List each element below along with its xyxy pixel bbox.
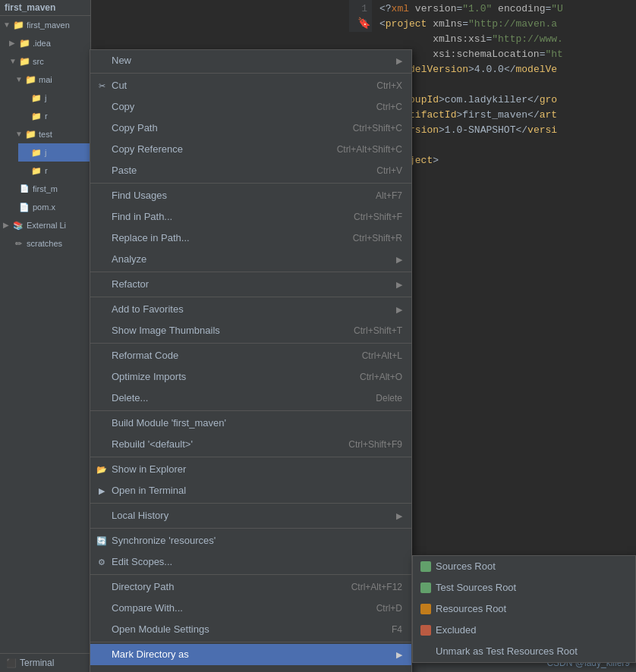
menu-item-directory-path[interactable]: Directory Path Ctrl+Alt+F12 [90,576,411,598]
menu-item-synchronize[interactable]: 🔄 Synchronize 'resources' [90,530,411,551]
submenu-item-excluded[interactable]: Excluded [413,620,635,641]
tree-item-scratches[interactable]: ✏ scratches [0,234,90,253]
menu-item-copy-path[interactable]: Copy Path Ctrl+Shift+C [90,118,411,139]
expand-arrow-first-maven: ▼ [3,17,12,33]
submenu-item-resources-root[interactable]: Resources Root [413,598,635,620]
tree-item-main-java[interactable]: 📁 j [18,89,90,107]
menu-item-add-favorites[interactable]: Add to Favorites ▶ [90,299,411,320]
menu-item-remove-bom[interactable]: Remove BOM [90,665,411,672]
tree-label-ext-libs: External Li [27,218,66,233]
tree-item-pom-xml[interactable]: 📄 pom.x [6,198,90,216]
folder-icon-test-res: 📁 [30,165,43,177]
expand-arrow-test: ▼ [15,127,24,142]
terminal-button[interactable]: ⬛ Terminal [6,658,54,668]
menu-item-copy-reference[interactable]: Copy Reference Ctrl+Alt+Shift+C [90,139,411,160]
menu-item-delete[interactable]: Delete... Delete [90,388,411,409]
folder-icon-main-java: 📁 [30,92,43,104]
folder-icon-test: 📁 [24,128,36,140]
menu-item-reformat[interactable]: Reformat Code Ctrl+Alt+L [90,345,411,366]
tree-item-main-res[interactable]: 📁 r [18,107,90,125]
tree-item-test[interactable]: ▼ 📁 test [12,125,90,143]
code-line-11: </project> [379,153,628,168]
file-icon-pom-xml: 📄 [18,201,30,213]
tree-item-first-maven-xml[interactable]: 📄 first_m [6,180,90,198]
menu-item-mark-directory[interactable]: Mark Directory as ▶ [90,644,411,665]
folder-icon-idea: 📁 [18,37,30,49]
tree-item-test-java[interactable]: 📁 j [18,143,90,162]
separator-1 [90,73,411,74]
project-panel-title: first_maven [0,0,90,16]
expand-arrow-ext-libs: ▶ [3,218,12,233]
folder-icon-main-res: 📁 [30,110,43,122]
test-sources-root-icon [420,583,431,593]
menu-item-module-settings[interactable]: Open Module Settings F4 [90,619,411,640]
folder-icon-src: 📁 [18,55,30,68]
menu-item-find-path[interactable]: Find in Path... Ctrl+Shift+F [90,206,411,228]
separator-11 [90,642,411,642]
code-line-2: <project xmlns="http://maven.a [379,17,628,32]
folder-icon-test-java: 📁 [30,146,43,159]
tree-label-first-maven-xml: first_m [33,181,58,196]
separator-10 [90,574,411,575]
submenu-arrow-analyze: ▶ [396,251,402,268]
submenu-item-sources-root[interactable]: Sources Root [413,556,635,577]
tree-label-scratches: scratches [27,236,62,251]
submenu-arrow-mark: ▶ [396,646,402,663]
menu-item-edit-scopes[interactable]: ⚙ Edit Scopes... [90,551,411,573]
bookmark-icon: 🔖 [357,17,370,29]
tree-label-idea: .idea [33,36,51,51]
resources-root-icon [420,604,431,614]
tree-item-test-res[interactable]: 📁 r [18,162,90,180]
separator-6 [90,410,411,411]
menu-item-show-thumbnails[interactable]: Show Image Thumbnails Ctrl+Shift+T [90,320,411,341]
folder-icon-main: 📁 [24,74,36,86]
separator-8 [90,503,411,504]
menu-item-open-terminal[interactable]: ▶ Open in Terminal [90,480,411,501]
submenu-item-test-sources-root[interactable]: Test Sources Root [413,577,635,598]
menu-item-local-history[interactable]: Local History ▶ [90,505,411,526]
tree-item-src[interactable]: ▼ 📁 src [6,52,90,71]
separator-2 [90,183,411,184]
expand-arrow-src: ▼ [9,54,18,69]
code-line-9: <version>1.0-SNAPSHOT</versi [379,123,628,138]
tree-item-external-libs[interactable]: ▶ 📚 External Li [0,216,90,234]
submenu-arrow-history: ▶ [396,507,402,524]
tree-item-idea[interactable]: ▶ 📁 .idea [6,34,90,52]
code-line-7: <groupId>com.ladykiller</gro [379,93,628,108]
menu-item-rebuild[interactable]: Rebuild '<default>' Ctrl+Shift+F9 [90,434,411,455]
tree-label-main-res: r [45,108,48,124]
code-line-3: xmlns:xsi="http://www. [379,32,628,47]
cut-icon: ✂ [95,77,109,94]
menu-item-build-module[interactable]: Build Module 'first_maven' [90,413,411,434]
folder-icon-first-maven: 📁 [12,19,24,31]
tree-item-main[interactable]: ▼ 📁 mai [12,71,90,89]
sync-icon: 🔄 [95,532,109,549]
menu-item-show-explorer[interactable]: 📂 Show in Explorer [90,459,411,480]
mark-directory-submenu: Sources Root Test Sources Root Resources… [412,555,636,663]
tree-item-first-maven[interactable]: ▼ 📁 first_maven [0,16,90,34]
menu-item-paste[interactable]: Paste Ctrl+V [90,160,411,181]
tree-label-first-maven: first_maven [27,17,70,33]
menu-item-compare-with[interactable]: Compare With... Ctrl+D [90,598,411,619]
menu-item-refactor[interactable]: Refactor ▶ [90,274,411,295]
terminal-icon: ⬛ [6,658,17,668]
ext-lib-icon: 📚 [12,219,24,231]
menu-item-new[interactable]: New ▶ [90,50,411,71]
tree-label-test: test [39,127,52,142]
submenu-item-unmark[interactable]: Unmark as Test Resources Root [413,641,635,662]
tree-label-pom-xml: pom.x [33,199,55,215]
separator-4 [90,297,411,297]
menu-item-replace-path[interactable]: Replace in Path... Ctrl+Shift+R [90,228,411,249]
excluded-icon [420,625,431,636]
menu-item-analyze[interactable]: Analyze ▶ [90,249,411,270]
tree-label-src: src [33,54,44,69]
code-line-5: <modelVersion>4.0.0</modelVe [379,62,628,77]
separator-9 [90,528,411,529]
submenu-arrow-favorites: ▶ [396,301,402,318]
menu-item-optimize[interactable]: Optimize Imports Ctrl+Alt+O [90,366,411,388]
expand-arrow-idea: ▶ [9,36,18,51]
menu-item-find-usages[interactable]: Find Usages Alt+F7 [90,185,411,206]
tree-label-test-res: r [45,163,48,178]
menu-item-copy[interactable]: Copy Ctrl+C [90,96,411,118]
menu-item-cut[interactable]: ✂ Cut Ctrl+X [90,75,411,96]
